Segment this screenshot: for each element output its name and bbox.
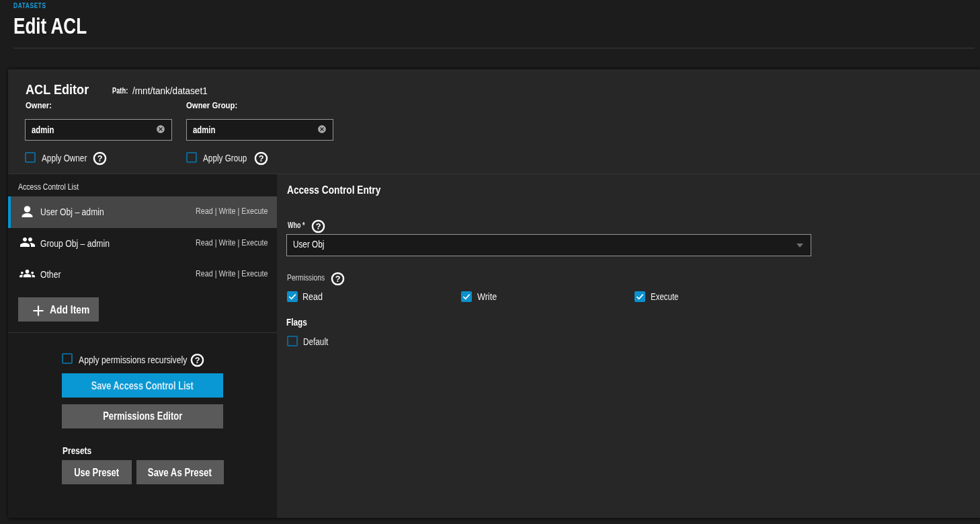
svg-text:?: ?: [194, 355, 200, 365]
svg-text:?: ?: [259, 153, 264, 163]
svg-text:?: ?: [335, 274, 341, 284]
svg-text:?: ?: [97, 153, 103, 163]
svg-text:?: ?: [316, 221, 321, 231]
